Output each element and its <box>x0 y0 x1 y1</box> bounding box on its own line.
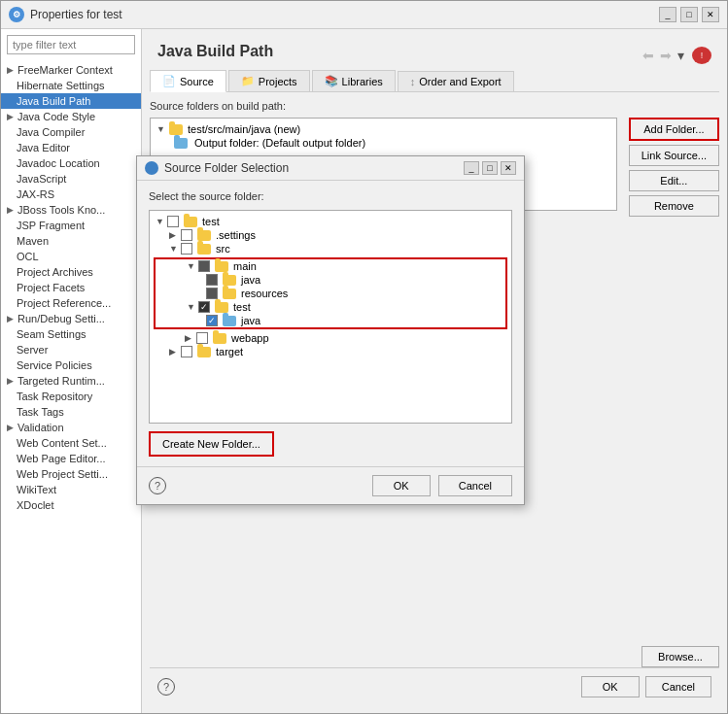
libraries-tab-icon: 📚 <box>325 75 338 87</box>
checkbox-partial[interactable] <box>206 274 218 286</box>
sidebar-item-jboss[interactable]: ▶ JBoss Tools Kno... <box>1 202 141 218</box>
tree-item-output[interactable]: Output folder: (Default output folder) <box>155 136 612 150</box>
tree-item-java-test[interactable]: ✓ java <box>156 314 505 327</box>
chevron-icon[interactable]: ▶ <box>169 347 179 357</box>
dialog-tree: ▼ test ▶ .settings ▼ src <box>149 210 512 424</box>
dropdown-arrow[interactable]: ▾ <box>676 48 686 63</box>
dialog-icon <box>145 161 158 175</box>
tree-item-main[interactable]: ▼ main <box>156 259 505 273</box>
dialog-maximize-button[interactable]: □ <box>482 161 498 175</box>
tree-item-java-main[interactable]: java <box>156 273 505 287</box>
sidebar-item-freemarker[interactable]: ▶ FreeMarker Context <box>1 62 141 78</box>
sidebar-item-javadoc[interactable]: Javadoc Location <box>1 155 141 171</box>
folder-icon <box>213 333 226 344</box>
sidebar-item-task-repository[interactable]: Task Repository <box>1 389 141 404</box>
tree-item-test-src[interactable]: ▼ ✓ test <box>156 300 505 314</box>
tab-source[interactable]: 📄 Source <box>150 70 226 92</box>
chevron-icon[interactable]: ▼ <box>156 124 166 134</box>
sidebar-item-targeted-runtime[interactable]: ▶ Targeted Runtim... <box>1 373 141 389</box>
sidebar-item-server[interactable]: Server <box>1 342 141 357</box>
dialog-ok-button[interactable]: OK <box>372 475 431 496</box>
arrow-icon: ▶ <box>7 423 14 432</box>
sidebar-item-label: Project Reference... <box>17 297 111 309</box>
sidebar-item-java-compiler[interactable]: Java Compiler <box>1 124 141 140</box>
checkbox-checked[interactable]: ✓ <box>206 315 218 326</box>
back-arrow[interactable]: ⬅ <box>641 48 656 63</box>
sidebar-item-maven[interactable]: Maven <box>1 233 141 249</box>
sidebar-item-java-editor[interactable]: Java Editor <box>1 140 141 155</box>
sidebar-item-javascript[interactable]: JavaScript <box>1 171 141 187</box>
tree-item-src[interactable]: ▼ src <box>154 242 507 255</box>
sidebar-item-wikitext[interactable]: WikiText <box>1 482 141 497</box>
tree-item-test[interactable]: ▼ test <box>154 215 507 228</box>
checkbox-checked[interactable]: ✓ <box>198 301 210 313</box>
chevron-icon[interactable]: ▼ <box>156 217 165 226</box>
close-button[interactable]: ✕ <box>702 7 719 22</box>
sidebar-item-hibernate[interactable]: Hibernate Settings <box>1 78 141 93</box>
sidebar-item-label: FreeMarker Context <box>17 64 113 76</box>
sidebar-item-label: Maven <box>17 235 49 247</box>
sidebar-item-project-facets[interactable]: Project Facets <box>1 280 141 295</box>
dialog-help-icon[interactable]: ? <box>149 477 166 494</box>
cancel-button[interactable]: Cancel <box>645 676 711 697</box>
sidebar-item-project-references[interactable]: Project Reference... <box>1 295 141 311</box>
checkbox[interactable] <box>167 216 179 227</box>
order-tab-icon: ↕ <box>410 76 416 87</box>
chevron-icon[interactable]: ▶ <box>169 230 179 240</box>
folder-icon <box>169 124 183 135</box>
sidebar-item-validation[interactable]: ▶ Validation <box>1 420 141 435</box>
tree-item-resources[interactable]: resources <box>156 287 505 300</box>
maximize-button[interactable]: □ <box>680 7 698 22</box>
chevron-icon[interactable]: ▼ <box>169 244 179 254</box>
sidebar-item-java-code-style[interactable]: ▶ Java Code Style <box>1 109 141 124</box>
sidebar-item-web-project[interactable]: Web Project Setti... <box>1 466 141 482</box>
create-new-folder-button[interactable]: Create New Folder... <box>149 431 274 457</box>
checkbox[interactable] <box>196 332 208 344</box>
dialog-minimize-button[interactable]: _ <box>464 161 479 175</box>
sidebar: ▶ FreeMarker Context Hibernate Settings … <box>1 29 142 713</box>
remove-button[interactable]: Remove <box>629 195 719 217</box>
sidebar-item-xdoclet[interactable]: XDoclet <box>1 497 141 513</box>
tab-libraries[interactable]: 📚 Libraries <box>312 70 396 91</box>
sidebar-item-web-content[interactable]: Web Content Set... <box>1 435 141 451</box>
sidebar-item-jsp[interactable]: JSP Fragment <box>1 218 141 233</box>
ok-button[interactable]: OK <box>581 676 640 697</box>
sidebar-item-web-page-editor[interactable]: Web Page Editor... <box>1 451 141 466</box>
checkbox[interactable] <box>181 243 192 255</box>
checkbox-partial[interactable] <box>206 288 218 299</box>
chevron-icon[interactable]: ▼ <box>187 302 196 312</box>
sidebar-item-task-tags[interactable]: Task Tags <box>1 404 141 420</box>
sidebar-item-service-policies[interactable]: Service Policies <box>1 357 141 373</box>
browse-button[interactable]: Browse... <box>641 646 719 667</box>
tab-projects[interactable]: 📁 Projects <box>228 70 310 91</box>
checkbox[interactable] <box>181 229 192 241</box>
chevron-icon[interactable]: ▼ <box>187 261 196 271</box>
sidebar-item-java-build-path[interactable]: Java Build Path <box>1 93 141 109</box>
chevron-icon[interactable]: ▶ <box>185 333 194 343</box>
source-tab-icon: 📄 <box>162 75 176 87</box>
checkbox-partial[interactable] <box>198 260 210 272</box>
sidebar-item-label: Web Content Set... <box>17 437 107 449</box>
edit-button[interactable]: Edit... <box>629 170 719 191</box>
dialog-close-button[interactable]: ✕ <box>501 161 516 175</box>
forward-arrow[interactable]: ➡ <box>658 48 674 63</box>
link-source-button[interactable]: Link Source... <box>629 145 719 166</box>
tree-item-webapp[interactable]: ▶ webapp <box>154 331 507 345</box>
tree-item-target[interactable]: ▶ target <box>154 345 507 358</box>
filter-input[interactable] <box>7 35 135 54</box>
sidebar-item-label: Java Editor <box>17 142 70 153</box>
sidebar-item-project-archives[interactable]: Project Archives <box>1 264 141 280</box>
minimize-button[interactable]: _ <box>659 7 676 22</box>
folder-icon-blue <box>223 316 236 326</box>
sidebar-item-jaxrs[interactable]: JAX-RS <box>1 187 141 202</box>
dialog-cancel-button[interactable]: Cancel <box>438 475 512 496</box>
add-folder-button[interactable]: Add Folder... <box>629 118 719 141</box>
checkbox[interactable] <box>181 346 192 357</box>
sidebar-item-ocl[interactable]: OCL <box>1 249 141 264</box>
tree-item-test-src[interactable]: ▼ test/src/main/java (new) <box>155 122 612 136</box>
sidebar-item-run-debug[interactable]: ▶ Run/Debug Setti... <box>1 311 141 326</box>
tree-item-settings[interactable]: ▶ .settings <box>154 228 507 242</box>
tab-order-export[interactable]: ↕ Order and Export <box>398 71 514 91</box>
sidebar-item-seam[interactable]: Seam Settings <box>1 326 141 342</box>
help-icon[interactable]: ? <box>157 678 175 696</box>
